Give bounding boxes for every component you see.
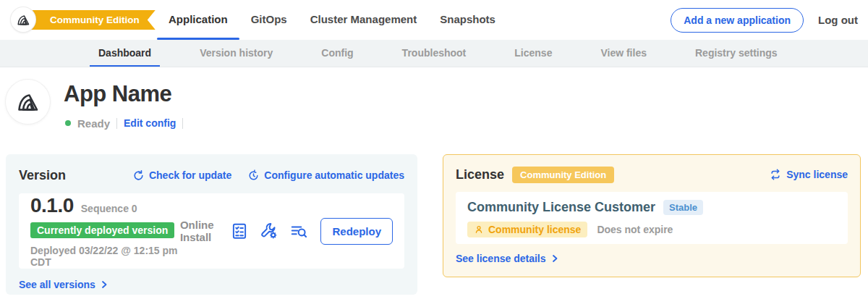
- nav-item-application[interactable]: Application: [157, 0, 239, 40]
- license-expiration: Does not expire: [597, 224, 673, 235]
- license-card-title: License: [456, 167, 504, 182]
- wrench-gear-icon[interactable]: [260, 222, 278, 240]
- top-nav-items: Application GitOps Cluster Management Sn…: [157, 0, 507, 40]
- sequence-label: Sequence 0: [81, 203, 137, 214]
- tab-dashboard[interactable]: Dashboard: [90, 40, 160, 67]
- nav-item-cluster-management[interactable]: Cluster Management: [299, 0, 429, 40]
- community-edition-badge: Community Edition: [512, 167, 614, 183]
- channel-badge: Stable: [663, 200, 703, 215]
- check-for-update-label: Check for update: [149, 169, 231, 181]
- refresh-icon: [132, 169, 145, 182]
- version-number: 0.1.0: [30, 194, 74, 217]
- version-card-footer: See all versions: [19, 279, 404, 290]
- customer-name: Community License Customer: [467, 200, 655, 215]
- chevron-right-icon: [100, 280, 109, 289]
- nav-item-snapshots[interactable]: Snapshots: [428, 0, 507, 40]
- version-card-title: Version: [19, 168, 66, 183]
- community-edition-ribbon: Community Edition: [28, 10, 156, 30]
- tab-version-history[interactable]: Version history: [191, 40, 281, 67]
- version-card: Version Check for update: [6, 154, 417, 295]
- sync-license-link[interactable]: Sync license: [769, 168, 848, 181]
- see-all-versions-link[interactable]: See all versions: [19, 279, 109, 290]
- deployed-timestamp: Deployed 03/22/22 @ 12:15 pm CDT: [30, 245, 180, 268]
- clock-refresh-icon: [247, 169, 260, 182]
- page-title: App Name: [64, 81, 171, 107]
- install-type-label: Online Install: [180, 219, 218, 243]
- redeploy-button[interactable]: Redeploy: [320, 218, 393, 245]
- license-card: License Community Edition Sync license C…: [443, 154, 861, 277]
- brand-logo-circle: [11, 7, 35, 32]
- license-card-header: License Community Edition Sync license: [456, 166, 848, 183]
- logout-button[interactable]: Log out: [818, 14, 858, 26]
- nav-item-gitops[interactable]: GitOps: [239, 0, 299, 40]
- check-for-update-link[interactable]: Check for update: [132, 169, 231, 182]
- checklist-icon[interactable]: [230, 222, 249, 240]
- license-summary-panel: Community License Customer Stable Commun…: [456, 192, 848, 244]
- license-type-label: Community license: [488, 224, 581, 235]
- replicated-logo-icon: [15, 89, 41, 115]
- add-new-application-button[interactable]: Add a new application: [671, 8, 804, 33]
- edit-config-link[interactable]: Edit config: [124, 117, 176, 129]
- divider: [182, 118, 183, 129]
- version-panel-actions: Online Install: [180, 218, 393, 245]
- chevron-right-icon: [550, 254, 559, 263]
- configure-automatic-updates-link[interactable]: Configure automatic updates: [247, 169, 404, 182]
- app-logo-avatar: [6, 80, 50, 124]
- version-card-header: Version Check for update: [19, 167, 404, 184]
- top-navbar: Community Edition Application GitOps Clu…: [0, 0, 868, 40]
- brand: Community Edition: [11, 7, 137, 32]
- replicated-logo-icon: [16, 12, 31, 28]
- license-type-badge: Community license: [467, 222, 587, 237]
- license-card-footer: See license details: [456, 253, 848, 264]
- tab-troubleshoot[interactable]: Troubleshoot: [393, 40, 475, 67]
- app-status-row: Ready Edit config: [65, 117, 183, 130]
- sync-license-label: Sync license: [786, 169, 848, 180]
- tab-registry-settings[interactable]: Registry settings: [686, 40, 786, 67]
- lines-magnifier-icon[interactable]: [289, 222, 308, 240]
- divider: [116, 118, 117, 129]
- status-dot-icon: [65, 120, 71, 126]
- swap-arrows-icon: [769, 168, 782, 181]
- tab-view-files[interactable]: View files: [592, 40, 655, 67]
- status-badge: Ready: [77, 117, 110, 130]
- current-version-panel: 0.1.0 Sequence 0 Currently deployed vers…: [19, 193, 404, 269]
- person-icon: [474, 224, 484, 235]
- see-license-details-link[interactable]: See license details: [456, 253, 559, 264]
- see-license-details-label: See license details: [456, 253, 546, 264]
- app-sub-navbar: Dashboard Version history Config Trouble…: [0, 40, 868, 67]
- current-version-info: 0.1.0 Sequence 0 Currently deployed vers…: [30, 194, 180, 268]
- see-all-versions-label: See all versions: [19, 279, 95, 290]
- tab-config[interactable]: Config: [312, 40, 362, 67]
- tab-license[interactable]: License: [506, 40, 561, 67]
- version-card-actions: Check for update Configure automatic upd…: [132, 169, 404, 182]
- configure-automatic-updates-label: Configure automatic updates: [264, 169, 404, 181]
- currently-deployed-badge: Currently deployed version: [30, 222, 174, 238]
- top-nav-right: Add a new application Log out: [671, 0, 858, 40]
